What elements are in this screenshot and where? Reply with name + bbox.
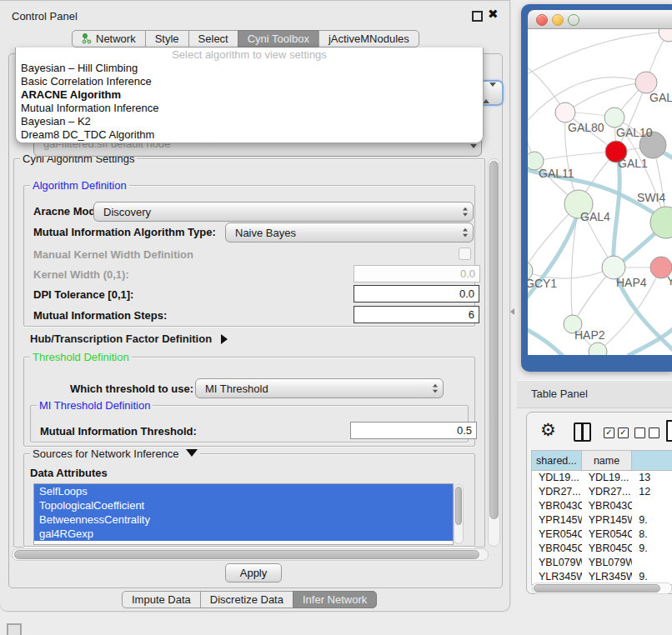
tab-jactivemnodules[interactable]: jActiveMNodules	[318, 30, 419, 48]
resize-grip[interactable]	[7, 623, 22, 635]
tab-network[interactable]: Network	[72, 30, 146, 48]
split-columns-icon[interactable]	[574, 422, 591, 442]
mi-steps-label: Mutual Information Steps:	[33, 309, 167, 322]
algorithm-list: Bayesian – Hill ClimbingBasic Correlatio…	[16, 62, 483, 142]
select-all-icon[interactable]: ✓ ✓	[604, 428, 629, 438]
table-cell: 9.	[632, 542, 672, 556]
tab-label: Infer Network	[303, 593, 367, 606]
table-cell: YPR145W	[582, 513, 633, 528]
close-icon[interactable]: ✖	[488, 7, 499, 22]
minimize-traffic-icon[interactable]	[552, 14, 564, 26]
table-column-header[interactable]	[632, 451, 672, 470]
mi-type-value: Naive Bayes	[226, 227, 458, 239]
hub-definition-toggle[interactable]: Hub/Transcription Factor Definition	[30, 332, 228, 345]
table-row[interactable]: YBR043CYBR043C	[532, 499, 672, 513]
settings-horizontal-scrollbar[interactable]	[12, 548, 489, 561]
network-node[interactable]	[589, 342, 607, 355]
table-settings-gear-icon[interactable]: ⚙	[540, 421, 556, 439]
table-cell: YER054C	[582, 528, 633, 542]
combo-arrows-icon	[428, 383, 443, 393]
table-row[interactable]: YBL079WYBL079W	[532, 556, 672, 570]
table-cell: YPR145W	[532, 513, 582, 528]
network-window-titlebar[interactable]	[528, 10, 672, 29]
algorithm-option[interactable]: Basic Correlation Inference	[16, 75, 483, 88]
table-cell: 12	[632, 485, 672, 499]
algorithm-option[interactable]: Bayesian – Hill Climbing	[16, 62, 483, 75]
checked-box-icon: ✓	[604, 428, 614, 438]
table-column-header[interactable]: name	[582, 451, 633, 470]
tab-infer-network[interactable]: Infer Network	[293, 591, 377, 608]
mi-steps-field[interactable]: 6	[354, 306, 479, 323]
network-node-label: GAL	[649, 91, 672, 104]
table-row[interactable]: YDR27...YDR27...12	[532, 485, 672, 499]
network-node-gal80[interactable]	[555, 102, 575, 122]
close-traffic-icon[interactable]	[536, 14, 548, 26]
algorithm-option[interactable]: Dream8 DC_TDC Algorithm	[16, 128, 483, 142]
export-table-icon[interactable]	[666, 420, 672, 442]
table-row[interactable]: YBR045CYBR045C9.	[532, 542, 672, 556]
table-cell: YBR043C	[582, 499, 633, 513]
aracne-mode-value: Discovery	[94, 206, 458, 218]
table-cell: 8.	[632, 528, 672, 542]
attribute-list-item[interactable]: SelfLoops	[34, 484, 453, 498]
manual-kernel-checkbox[interactable]	[459, 248, 471, 260]
network-node-gal10[interactable]	[604, 108, 624, 128]
tab-discretize-data[interactable]: Discretize Data	[200, 591, 293, 608]
tab-impute-data[interactable]: Impute Data	[122, 591, 201, 608]
settings-vertical-scrollbar[interactable]	[488, 158, 500, 547]
attribute-list-scrollbar[interactable]	[454, 484, 464, 544]
zoom-traffic-icon[interactable]	[568, 14, 579, 26]
panel-divider-handle[interactable]	[510, 308, 514, 315]
tab-label: Discretize Data	[210, 593, 283, 606]
data-attributes-list[interactable]: SelfLoopsTopologicalCoefficientBetweenne…	[33, 483, 454, 545]
network-node-label: HAP2	[574, 328, 605, 342]
float-window-icon[interactable]	[472, 11, 483, 22]
deselect-all-icon[interactable]	[634, 428, 659, 438]
mi-type-combobox[interactable]: Naive Bayes	[225, 222, 474, 242]
tab-select[interactable]: Select	[188, 30, 238, 48]
table-cell: 9.	[632, 513, 672, 528]
which-threshold-combobox[interactable]: MI Threshold	[195, 378, 444, 398]
table-column-header[interactable]: shared...	[532, 451, 582, 470]
tab-label: Impute Data	[132, 593, 191, 606]
combo-arrows-icon	[483, 87, 496, 99]
algorithm-option[interactable]: Bayesian – K2	[16, 115, 483, 128]
table-row[interactable]: YPR145WYPR145W9.	[532, 513, 672, 528]
algorithm-option[interactable]: Mutual Information Inference	[16, 102, 483, 115]
mi-threshold-field[interactable]: 0.5	[350, 422, 477, 439]
attribute-list-item[interactable]: TopologicalCoefficient	[34, 498, 453, 512]
dpi-tolerance-field[interactable]: 0.0	[354, 285, 479, 302]
network-node[interactable]	[659, 29, 672, 42]
network-node-label: GAL4	[580, 210, 610, 223]
manual-kernel-label: Manual Kernel Width Definition	[33, 248, 193, 261]
network-edge	[565, 82, 646, 112]
mi-threshold-group-title: MI Threshold Definition	[37, 399, 153, 412]
table-horizontal-scrollbar[interactable]	[532, 582, 672, 594]
table-cell: YBR045C	[532, 542, 582, 556]
mi-type-label: Mutual Information Algorithm Type:	[33, 226, 216, 238]
network-edge	[614, 154, 620, 266]
table-header-row: shared...name	[532, 451, 672, 471]
attribute-list-item[interactable]: BetweennessCentrality	[34, 512, 453, 527]
network-edge	[528, 32, 669, 78]
node-table[interactable]: shared...name YDL19...YDL19...13YDR27...…	[531, 450, 672, 585]
tab-label: Select	[198, 32, 228, 45]
kernel-width-field[interactable]: 0.0	[354, 265, 480, 282]
table-cell: YDL19...	[582, 471, 633, 485]
table-cell: YER054C	[532, 528, 582, 542]
checked-box-icon: ✓	[618, 428, 629, 438]
network-canvas[interactable]: GALGAL80GAL10GAL1GAL11GAL4SWI4GCY1HAP4YH…	[528, 29, 672, 355]
combo-arrows-icon	[458, 207, 473, 217]
tab-style[interactable]: Style	[145, 30, 189, 48]
attribute-list-item[interactable]: gal4RGexp	[34, 527, 453, 541]
table-row[interactable]: YER054CYER054C8.	[532, 528, 672, 542]
algorithm-definition-title: Algorithm Definition	[30, 179, 129, 192]
apply-button[interactable]: Apply	[225, 563, 282, 582]
aracne-mode-combobox[interactable]: Discovery	[93, 202, 474, 222]
tab-cyni-toolbox[interactable]: Cyni Toolbox	[238, 30, 319, 48]
unchecked-box-icon	[634, 428, 645, 438]
table-row[interactable]: YDL19...YDL19...13	[532, 471, 672, 485]
algorithm-combobox-fragment[interactable]	[480, 80, 504, 106]
control-panel-title: Control Panel	[12, 10, 78, 22]
algorithm-option[interactable]: ARACNE Algorithm	[16, 88, 483, 102]
